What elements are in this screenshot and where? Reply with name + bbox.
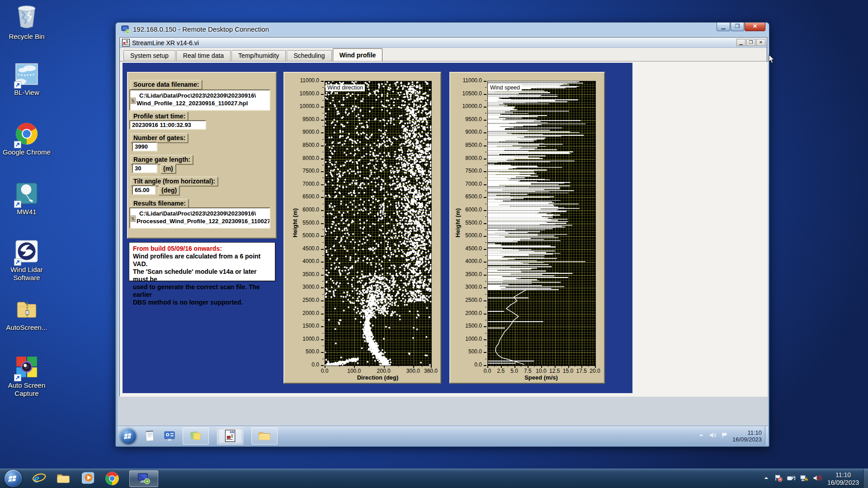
host-taskbar-explorer[interactable] (56, 471, 71, 486)
y-tick-label: 4000.0 (450, 258, 482, 264)
host-start-button[interactable] (5, 470, 22, 487)
remote-clock-date: 16/09/2023 (732, 436, 762, 443)
y-minor-tick-mark (322, 242, 324, 243)
auto-screen-capture-icon (15, 355, 38, 380)
svg-text:XR: XR (230, 430, 235, 434)
remote-tray-expand-icon[interactable] (698, 432, 705, 441)
remote-tray-action-center-icon[interactable] (721, 432, 728, 441)
x-minor-tick-mark (575, 366, 575, 367)
x-tick-mark (354, 366, 355, 368)
streamline-minimize-button[interactable]: ▁ (736, 39, 745, 46)
y-tick-mark (321, 339, 324, 340)
y-tick-mark (321, 314, 324, 314)
y-minor-tick-mark (485, 100, 486, 101)
remote-tray-volume-icon[interactable] (709, 432, 717, 441)
y-tick-mark (484, 249, 486, 250)
y-tick-label: 8000.0 (450, 155, 482, 161)
streamline-close-button[interactable]: ✕ (756, 39, 765, 46)
desktop-icon-autoscreen[interactable]: AutoScreen... (2, 297, 52, 332)
remote-taskbar-notepad[interactable] (143, 429, 156, 443)
speed-x-axis-label: Speed (m/s) (487, 374, 595, 381)
desktop-icon-label: Auto Screen Capture (2, 381, 52, 398)
y-tick-label: 2000.0 (450, 310, 482, 316)
y-tick-label: 7500.0 (450, 168, 482, 174)
y-tick-mark (484, 352, 486, 353)
host-tray-action-center-icon[interactable] (774, 474, 783, 483)
remote-clock[interactable]: 11:10 16/09/2023 (732, 429, 762, 443)
x-minor-tick-mark (521, 366, 521, 367)
host-tray-power-icon[interactable] (787, 474, 796, 483)
y-tick-label: 5000.0 (450, 232, 482, 239)
host-taskbar-internet-explorer[interactable]: e (32, 471, 46, 486)
desktop-icon-bl-view[interactable]: BL-View (2, 62, 52, 97)
tab-scheduling[interactable]: Scheduling (287, 50, 331, 61)
wind-profile-page: Source data filename: ⇅ C:\Lidar\Data\Pr… (123, 63, 632, 393)
y-minor-tick-mark (485, 87, 486, 88)
remote-taskbar-sticky-notes[interactable] (183, 427, 211, 445)
rdp-maximize-button[interactable]: ❐ (731, 23, 744, 31)
x-tick-mark (501, 366, 502, 368)
range-gate-length-field[interactable]: 30 (132, 164, 157, 173)
remote-start-button[interactable] (120, 428, 137, 444)
y-tick-mark (321, 145, 324, 146)
remote-taskbar-control-app[interactable] (163, 429, 176, 443)
rdp-minimize-button[interactable]: ▁ (717, 23, 730, 31)
desktop-icon-auto-screen-capture[interactable]: Auto Screen Capture (2, 355, 52, 398)
tab-system-setup[interactable]: System setup (123, 50, 175, 61)
host-tray-volume-muted-icon[interactable] (813, 474, 822, 483)
x-tick-mark (581, 366, 582, 368)
tab-wind-profile[interactable]: Wind profile (333, 48, 383, 61)
host-tray-expand-icon[interactable] (763, 474, 770, 483)
desktop-icon-google-chrome[interactable]: Google Chrome (2, 122, 52, 156)
x-tick-mark (325, 366, 326, 368)
rdp-close-button[interactable]: ✕ (745, 23, 765, 31)
streamline-restore-button[interactable]: ❐ (746, 39, 755, 46)
y-tick-label: 0.0 (450, 361, 482, 368)
host-taskbar-remote-desktop-button[interactable] (129, 470, 158, 487)
tilt-angle-field[interactable]: 65.00 (132, 185, 156, 195)
y-tick-mark (484, 132, 486, 133)
y-minor-tick-mark (322, 307, 324, 307)
y-tick-label: 6500.0 (450, 193, 482, 200)
y-minor-tick-mark (485, 320, 486, 320)
bl-view-icon (15, 62, 38, 88)
y-minor-tick-mark (485, 281, 486, 282)
text-scrollbar-indicator-icon[interactable]: ⇅ (131, 98, 136, 104)
y-tick-label: 10500.0 (450, 90, 482, 97)
host-show-desktop-button[interactable] (863, 469, 868, 488)
host-taskbar-chrome[interactable] (105, 471, 119, 486)
remote-taskbar-streamline-xr-button[interactable]: XR (217, 427, 243, 445)
remote-taskbar-streamline-xr[interactable]: XR (217, 427, 245, 445)
results-filename-field[interactable]: ⇅ C:\Lidar\Data\Proc\2023\202309\2023091… (129, 207, 270, 229)
tab-real-time-data[interactable]: Real time data (176, 50, 231, 61)
source-filename-field[interactable]: ⇅ C:\Lidar\Data\Proc\2023\202309\2023091… (129, 89, 270, 111)
y-tick-label: 9500.0 (450, 116, 482, 122)
desktop-icon-wind-lidar-software[interactable]: Wind Lidar Software (2, 239, 52, 282)
profile-start-time-field[interactable]: 20230916 11:00:32.93 (129, 120, 206, 130)
desktop-icon-mw41[interactable]: MW41 (2, 182, 52, 216)
remote-taskbar-explorer[interactable] (251, 427, 279, 445)
remote-taskbar-sticky-notes-button[interactable] (183, 427, 209, 445)
y-minor-tick-mark (485, 346, 486, 346)
host-taskbar-remote-desktop[interactable] (129, 470, 158, 487)
x-tick-label: 20.0 (584, 368, 606, 374)
host-clock[interactable]: 11:10 16/09/2023 (827, 471, 859, 487)
desktop-icon-recycle-bin[interactable]: Recycle Bin (2, 4, 52, 41)
tab-temp-humidity[interactable]: Temp/humidity (231, 50, 286, 61)
svg-text:e: e (34, 471, 39, 485)
text-scrollbar-indicator-icon[interactable]: ⇅ (131, 216, 136, 222)
y-tick-label: 3500.0 (450, 271, 482, 277)
number-of-gates-field[interactable]: 3990 (132, 142, 157, 151)
host-taskbar-media-player[interactable] (80, 471, 95, 486)
host-tray-network-icon[interactable] (800, 474, 809, 483)
y-minor-tick-mark (322, 359, 324, 359)
remote-session: StreamLine XR v14-6.vi ▁ ❐ ✕ System setu… (118, 36, 768, 446)
x-tick-label: 0.0 (314, 368, 335, 374)
remote-taskbar-explorer-button[interactable] (251, 427, 278, 445)
rdp-titlebar[interactable]: 192.168.0.150 - Remote Desktop Connectio… (118, 23, 767, 36)
remote-show-desktop-button[interactable] (765, 426, 768, 446)
streamline-titlebar[interactable]: StreamLine XR v14-6.vi ▁ ❐ ✕ (120, 38, 767, 48)
y-minor-tick-mark (485, 359, 486, 359)
google-chrome-icon (15, 122, 38, 147)
source-filename-line2: Wind_Profile_122_20230916_110027.hpl (137, 99, 269, 107)
